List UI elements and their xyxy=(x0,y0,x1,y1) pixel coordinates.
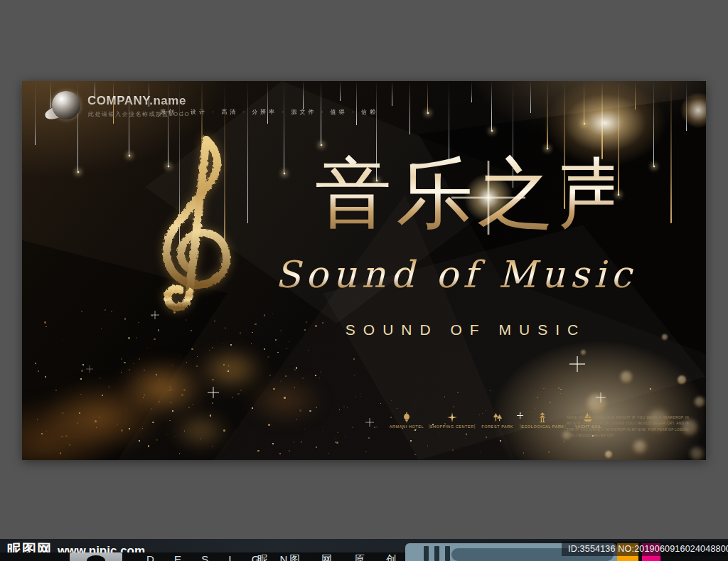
gold-speck xyxy=(212,446,213,447)
venue-label: ECOLOGICAL PARK xyxy=(521,424,564,429)
gold-speck xyxy=(355,396,357,397)
gold-speck xyxy=(277,352,279,353)
gold-speck xyxy=(228,365,230,367)
gold-speck xyxy=(35,363,37,365)
gold-speck xyxy=(315,375,316,376)
gold-speck xyxy=(144,370,145,371)
gold-speck xyxy=(466,433,467,434)
gold-speck xyxy=(304,329,306,331)
gold-speck xyxy=(159,401,160,402)
trees-icon xyxy=(493,412,503,422)
gold-speck xyxy=(272,443,274,444)
gold-speck xyxy=(543,388,545,390)
gold-speck xyxy=(205,395,205,395)
light-strand xyxy=(410,81,410,134)
light-strand xyxy=(392,81,392,106)
gold-speck xyxy=(237,393,240,395)
gold-speck xyxy=(46,431,47,432)
pagoda-icon xyxy=(537,412,547,422)
gold-speck xyxy=(158,329,159,331)
gold-speck xyxy=(486,410,486,411)
gold-speck xyxy=(240,390,242,391)
gold-speck xyxy=(212,379,213,380)
gold-speck xyxy=(439,434,439,434)
gold-speck xyxy=(345,436,346,437)
light-strand xyxy=(356,81,357,125)
gold-speck xyxy=(563,441,564,442)
gold-speck xyxy=(60,452,62,454)
gold-speck xyxy=(111,311,112,312)
light-strand xyxy=(635,81,636,109)
gold-speck xyxy=(80,394,81,395)
gold-speck xyxy=(309,410,311,412)
gold-speck xyxy=(81,311,82,312)
gold-speck xyxy=(368,437,370,439)
gold-speck xyxy=(335,442,336,443)
light-tip-glow xyxy=(77,171,80,173)
venue-item: ECOLOGICAL PARK xyxy=(522,412,563,429)
gold-speck xyxy=(339,409,341,410)
gold-speck xyxy=(271,424,272,424)
gold-speck xyxy=(347,407,348,408)
venue-item: ARMANI HOTEL xyxy=(386,412,427,429)
gold-speck xyxy=(101,328,102,329)
light-strand xyxy=(267,81,268,124)
sparkle-glint-icon xyxy=(86,365,93,373)
gold-speck xyxy=(280,330,282,331)
gold-speck xyxy=(108,386,109,388)
gold-speck xyxy=(196,365,198,367)
gold-speck xyxy=(184,430,186,432)
gold-speck xyxy=(302,378,304,379)
gold-speck xyxy=(121,429,123,432)
gold-speck xyxy=(306,321,307,323)
light-strand xyxy=(547,81,548,149)
gold-speck xyxy=(139,440,140,442)
gold-speck xyxy=(223,343,223,343)
gold-speck xyxy=(156,439,158,441)
title-english-caps: SOUND OF MUSIC xyxy=(316,321,615,338)
gold-speck xyxy=(457,392,458,392)
venue-label: SHOPPING CENTER xyxy=(430,424,474,429)
light-tip-glow xyxy=(653,165,655,168)
gold-speck xyxy=(252,407,253,409)
venue-item: SHOPPING CENTER xyxy=(432,412,473,429)
gold-speck xyxy=(294,369,296,370)
gold-speck xyxy=(124,362,125,363)
gold-speck xyxy=(200,438,202,439)
gold-speck xyxy=(308,350,309,351)
gold-speck xyxy=(391,400,392,401)
gold-speck xyxy=(360,396,360,397)
light-flare-right xyxy=(673,85,706,135)
light-strand xyxy=(449,81,449,159)
gold-speck xyxy=(523,452,525,454)
light-strand xyxy=(686,81,687,131)
sparkle-glint-icon xyxy=(596,392,606,402)
gold-speck xyxy=(169,420,171,422)
gold-speck xyxy=(139,358,141,360)
light-strand xyxy=(303,81,304,109)
light-strand xyxy=(284,81,284,173)
gold-speck xyxy=(37,419,38,420)
gold-speck xyxy=(328,453,328,454)
gold-speck xyxy=(279,453,281,454)
gold-speck xyxy=(558,388,560,389)
gold-speck xyxy=(336,442,338,444)
gold-speck xyxy=(148,445,150,447)
gold-speck xyxy=(144,395,145,396)
gold-speck xyxy=(38,370,39,372)
bokeh-dot xyxy=(633,440,646,453)
viewer-page: { "poster": { "logo": { "company": "COMP… xyxy=(0,0,728,561)
gold-speck xyxy=(452,449,454,451)
gold-speck xyxy=(336,437,337,439)
gold-speck xyxy=(133,363,134,364)
gold-speck xyxy=(374,427,375,427)
gold-speck xyxy=(264,348,265,350)
light-strand xyxy=(653,81,654,166)
bokeh-dot xyxy=(678,375,686,384)
gold-speck xyxy=(168,390,168,391)
sparkle-glint-icon xyxy=(208,387,219,398)
gold-speck xyxy=(228,370,229,372)
gold-speck xyxy=(296,419,297,420)
gold-speck xyxy=(95,420,97,422)
gold-speck xyxy=(99,417,100,418)
